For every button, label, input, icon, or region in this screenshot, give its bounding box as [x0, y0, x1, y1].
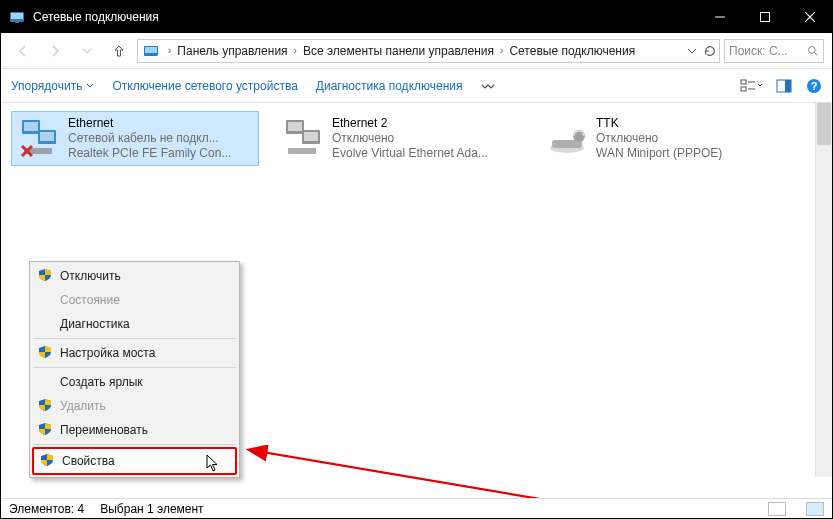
adapter-item[interactable]: Ethernet Сетевой кабель не подкл... Real…: [11, 111, 259, 166]
breadcrumb-part[interactable]: Все элементы панели управления: [301, 44, 496, 58]
svg-rect-30: [288, 148, 316, 154]
adapter-item[interactable]: TTK Отключено WAN Miniport (PPPOE): [539, 111, 787, 166]
adapter-status: Сетевой кабель не подкл...: [68, 131, 231, 146]
network-adapter-icon: [546, 116, 588, 158]
svg-rect-27: [288, 122, 302, 131]
chevron-down-icon: [86, 82, 94, 90]
network-adapter-icon: [282, 116, 324, 158]
large-icons-view-button[interactable]: [806, 502, 824, 516]
window-title: Сетевые подключения: [33, 10, 159, 24]
details-view-button[interactable]: [768, 502, 786, 516]
search-placeholder: Поиск: С...: [729, 44, 788, 58]
cursor-icon: [206, 454, 220, 472]
search-icon: [807, 45, 819, 57]
menu-separator: [33, 367, 236, 368]
annotation-arrow: [245, 445, 615, 499]
context-menu: ОтключитьСостояниеДиагностикаНастройка м…: [29, 261, 240, 478]
menu-item[interactable]: Переименовать: [32, 418, 237, 442]
breadcrumb-part[interactable]: Панель управления: [175, 44, 289, 58]
view-options-button[interactable]: [740, 78, 762, 94]
menu-item[interactable]: Настройка моста: [32, 341, 237, 365]
menu-item: Состояние: [32, 288, 237, 312]
refresh-icon[interactable]: [703, 44, 717, 58]
menu-item-label: Настройка моста: [60, 346, 155, 360]
network-adapter-icon: [18, 116, 60, 158]
maximize-button[interactable]: [742, 1, 787, 33]
svg-rect-12: [741, 87, 746, 91]
recent-locations-button[interactable]: [73, 37, 101, 65]
menu-item-label: Отключить: [60, 269, 121, 283]
adapter-name: Ethernet: [68, 116, 231, 131]
svg-rect-11: [741, 80, 746, 84]
minimize-button[interactable]: [697, 1, 742, 33]
svg-rect-16: [785, 80, 791, 92]
svg-rect-8: [145, 47, 157, 53]
command-bar: Упорядочить Отключение сетевого устройст…: [1, 69, 832, 103]
chevron-right-icon: ›: [290, 45, 301, 56]
uac-shield-icon: [38, 345, 52, 359]
menu-item-label: Состояние: [60, 293, 120, 307]
menu-item: Удалить: [32, 394, 237, 418]
uac-shield-icon: [38, 268, 52, 282]
adapter-device: Evolve Virtual Ethernet Ada...: [332, 146, 488, 161]
menu-item-label: Диагностика: [60, 317, 130, 331]
vertical-scrollbar[interactable]: [815, 103, 832, 477]
titlebar: Сетевые подключения: [1, 1, 832, 33]
adapter-status: Отключено: [332, 131, 488, 146]
svg-text:?: ?: [811, 80, 818, 92]
search-input[interactable]: Поиск: С...: [724, 39, 824, 63]
svg-rect-1: [11, 13, 23, 19]
svg-rect-2: [15, 21, 19, 23]
help-icon[interactable]: ?: [806, 78, 822, 94]
adapter-status: Отключено: [596, 131, 722, 146]
address-box[interactable]: › Панель управления › Все элементы панел…: [137, 39, 720, 63]
up-button[interactable]: [105, 37, 133, 65]
adapter-name: Ethernet 2: [332, 116, 488, 131]
svg-rect-20: [24, 122, 38, 131]
menu-item[interactable]: Диагностика: [32, 312, 237, 336]
svg-line-10: [815, 52, 818, 55]
overflow-chevrons-icon[interactable]: [481, 81, 495, 91]
svg-rect-29: [304, 132, 318, 141]
adapter-name: TTK: [596, 116, 722, 131]
chevron-right-icon: ›: [164, 45, 175, 56]
uac-shield-icon: [38, 398, 52, 412]
control-panel-icon: [143, 43, 161, 59]
item-count: Элементов: 4: [9, 502, 84, 516]
uac-shield-icon: [38, 422, 52, 436]
svg-rect-4: [760, 13, 769, 22]
menu-item-label: Свойства: [62, 454, 115, 468]
diagnose-connection-button[interactable]: Диагностика подключения: [316, 79, 463, 93]
address-bar: › Панель управления › Все элементы панел…: [1, 33, 832, 69]
svg-point-33: [573, 130, 585, 142]
chevron-right-icon: ›: [496, 45, 507, 56]
breadcrumb-part[interactable]: Сетевые подключения: [507, 44, 637, 58]
chevron-down-icon[interactable]: [687, 46, 697, 56]
menu-item[interactable]: Создать ярлык: [32, 370, 237, 394]
selection-count: Выбран 1 элемент: [100, 502, 203, 516]
status-bar: Элементов: 4 Выбран 1 элемент: [1, 498, 832, 518]
close-button[interactable]: [787, 1, 832, 33]
menu-separator: [33, 338, 236, 339]
svg-point-9: [809, 46, 816, 53]
menu-item-label: Переименовать: [60, 423, 148, 437]
adapter-device: WAN Miniport (PPPOE): [596, 146, 722, 161]
disable-device-button[interactable]: Отключение сетевого устройства: [112, 79, 297, 93]
adapter-device: Realtek PCIe FE Family Con...: [68, 146, 231, 161]
uac-shield-icon: [40, 453, 54, 467]
back-button[interactable]: [9, 37, 37, 65]
svg-rect-22: [40, 132, 54, 141]
control-panel-icon: [9, 9, 25, 25]
menu-item-label: Создать ярлык: [60, 375, 143, 389]
adapter-item[interactable]: Ethernet 2 Отключено Evolve Virtual Ethe…: [275, 111, 523, 166]
organize-menu[interactable]: Упорядочить: [11, 79, 94, 93]
menu-item-label: Удалить: [60, 399, 106, 413]
forward-button[interactable]: [41, 37, 69, 65]
menu-item[interactable]: Отключить: [32, 264, 237, 288]
menu-separator: [33, 444, 236, 445]
preview-pane-button[interactable]: [776, 78, 792, 94]
menu-item[interactable]: Свойства: [32, 447, 237, 475]
svg-line-34: [250, 450, 605, 499]
content-area: Ethernet Сетевой кабель не подкл... Real…: [1, 103, 832, 499]
